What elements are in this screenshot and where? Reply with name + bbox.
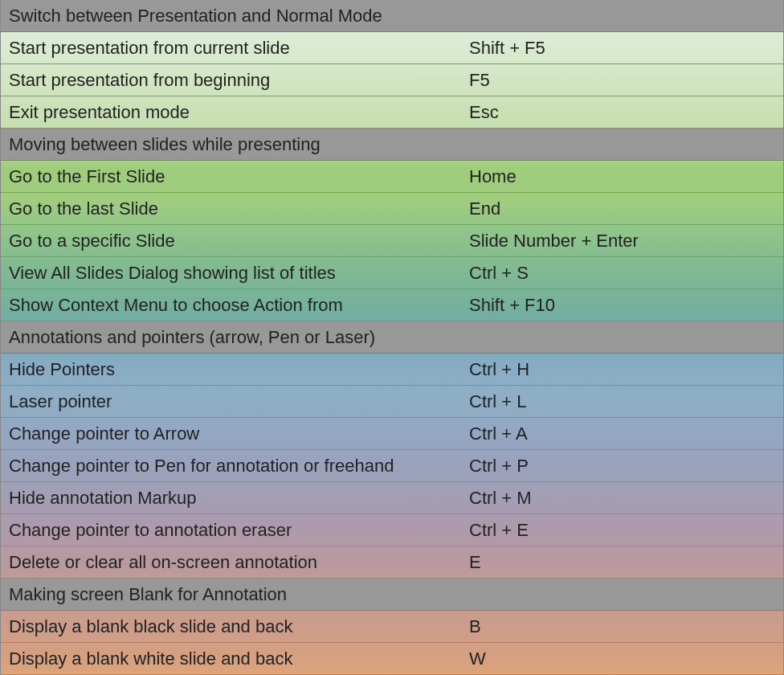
action-cell: Change pointer to Pen for annotation or … — [1, 456, 463, 477]
shortcut-table: Switch between Presentation and Normal M… — [0, 0, 784, 675]
shortcut-cell: Ctrl + M — [463, 488, 783, 509]
shortcut-cell: Ctrl + L — [463, 391, 783, 412]
shortcut-cell: End — [463, 198, 783, 219]
action-cell: Show Context Menu to choose Action from — [1, 295, 463, 316]
action-cell: Change pointer to Arrow — [1, 423, 463, 444]
action-cell: Display a blank white slide and back — [1, 648, 463, 669]
section-heading: Annotations and pointers (arrow, Pen or … — [1, 327, 783, 348]
action-cell: Start presentation from current slide — [1, 38, 463, 59]
action-cell: View All Slides Dialog showing list of t… — [1, 263, 463, 284]
shortcut-cell: Esc — [463, 102, 783, 123]
shortcut-row: Start presentation from beginningF5 — [1, 64, 783, 96]
section-header: Annotations and pointers (arrow, Pen or … — [1, 321, 783, 354]
shortcut-cell: Ctrl + A — [463, 423, 783, 444]
shortcut-row: Laser pointerCtrl + L — [1, 386, 783, 418]
action-cell: Go to a specific Slide — [1, 231, 463, 252]
section-heading: Making screen Blank for Annotation — [1, 584, 783, 605]
shortcut-row: Delete or clear all on-screen annotation… — [1, 546, 783, 579]
section-heading: Moving between slides while presenting — [1, 134, 783, 155]
shortcut-cell: Ctrl + E — [463, 520, 783, 541]
shortcut-row: Go to the First SlideHome — [1, 161, 783, 193]
shortcut-row: Hide annotation MarkupCtrl + M — [1, 482, 783, 514]
shortcut-cell: Ctrl + S — [463, 263, 783, 284]
shortcut-row: Change pointer to Pen for annotation or … — [1, 450, 783, 482]
shortcut-cell: Ctrl + H — [463, 359, 783, 380]
shortcut-row: View All Slides Dialog showing list of t… — [1, 257, 783, 289]
shortcut-row: Exit presentation modeEsc — [1, 96, 783, 129]
section-heading: Switch between Presentation and Normal M… — [1, 6, 783, 27]
shortcut-cell: Shift + F5 — [463, 38, 783, 59]
shortcut-row: Go to a specific SlideSlide Number + Ent… — [1, 225, 783, 257]
action-cell: Delete or clear all on-screen annotation — [1, 552, 463, 573]
action-cell: Laser pointer — [1, 391, 463, 412]
action-cell: Exit presentation mode — [1, 102, 463, 123]
action-cell: Hide Pointers — [1, 359, 463, 380]
shortcut-row: Hide PointersCtrl + H — [1, 354, 783, 386]
shortcut-row: Go to the last SlideEnd — [1, 193, 783, 225]
shortcut-cell: E — [463, 552, 783, 573]
section-header: Moving between slides while presenting — [1, 129, 783, 161]
shortcut-cell: F5 — [463, 70, 783, 91]
shortcut-cell: Shift + F10 — [463, 295, 783, 316]
shortcut-row: Change pointer to annotation eraserCtrl … — [1, 514, 783, 546]
shortcut-row: Show Context Menu to choose Action fromS… — [1, 289, 783, 321]
shortcut-row: Display a blank white slide and backW — [1, 643, 783, 675]
action-cell: Go to the First Slide — [1, 166, 463, 187]
shortcut-cell: Slide Number + Enter — [463, 231, 783, 252]
action-cell: Go to the last Slide — [1, 198, 463, 219]
action-cell: Hide annotation Markup — [1, 488, 463, 509]
action-cell: Start presentation from beginning — [1, 70, 463, 91]
shortcut-cell: Home — [463, 166, 783, 187]
shortcut-cell: W — [463, 648, 783, 669]
shortcut-cell: Ctrl + P — [463, 456, 783, 477]
shortcut-row: Start presentation from current slideShi… — [1, 32, 783, 64]
shortcut-row: Display a blank black slide and backB — [1, 611, 783, 643]
section-header: Switch between Presentation and Normal M… — [1, 0, 783, 32]
action-cell: Display a blank black slide and back — [1, 616, 463, 637]
shortcut-row: Change pointer to ArrowCtrl + A — [1, 418, 783, 450]
shortcut-cell: B — [463, 616, 783, 637]
action-cell: Change pointer to annotation eraser — [1, 520, 463, 541]
section-header: Making screen Blank for Annotation — [1, 579, 783, 611]
